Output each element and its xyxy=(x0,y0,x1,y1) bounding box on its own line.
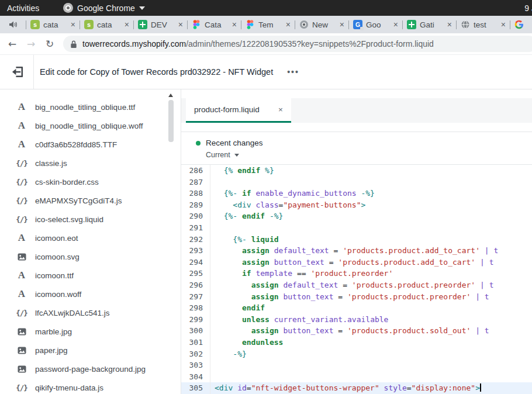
browser-tab[interactable]: DEV× xyxy=(134,16,187,33)
code-line-299[interactable]: 299 unless current_variant.available xyxy=(181,314,532,326)
code-line-293[interactable]: 293 assign default_text = 'products.prod… xyxy=(181,245,532,257)
file-name: big_noodle_titling_oblique.ttf xyxy=(35,103,135,112)
code-line-294[interactable]: 294 assign button_text = 'products.produ… xyxy=(181,257,532,268)
tab-close-icon[interactable]: × xyxy=(71,20,75,29)
file-tab-close-icon[interactable]: × xyxy=(278,105,283,114)
file-item[interactable]: Abig_noodle_titling_oblique.woff xyxy=(0,116,181,135)
code-line-303[interactable]: 303 xyxy=(181,360,532,371)
code-pane[interactable]: 286 {% endif %}287288 {%- if enable_dyna… xyxy=(181,165,532,394)
code-text: {% endif %} xyxy=(210,165,274,177)
editor-tab-bar: product-form.liquid × xyxy=(181,98,532,123)
file-name: icomoon.eot xyxy=(35,234,78,243)
file-item[interactable]: {/}cs-skin-border.css xyxy=(0,172,181,191)
code-line-295[interactable]: 295 if template == 'product.preorder' xyxy=(181,268,532,279)
browser-tab[interactable]: Tem× xyxy=(241,16,295,33)
file-name: icomoon.woff xyxy=(35,290,81,299)
exit-button[interactable] xyxy=(10,64,25,80)
file-item[interactable]: Aicomoon.woff xyxy=(0,285,181,303)
browser-tab[interactable]: scata× xyxy=(80,16,133,33)
file-tab-product-form[interactable]: product-form.liquid × xyxy=(186,98,291,123)
code-line-291[interactable]: 291 xyxy=(181,222,532,234)
file-item[interactable]: Abig_noodle_titling_oblique.ttf xyxy=(0,98,181,116)
font-file-icon: A xyxy=(16,139,27,150)
sheets-favicon xyxy=(138,20,147,29)
shopify-favicon: s xyxy=(30,20,40,29)
file-item[interactable]: password-page-background.jpg xyxy=(0,360,181,378)
more-actions-button[interactable]: ••• xyxy=(287,67,299,77)
file-item[interactable]: {/}eMAPMXSyTCgGdiT4.js xyxy=(0,191,181,210)
address-bar[interactable]: towerrecords.myshopify.com/admin/themes/… xyxy=(63,36,532,52)
browser-tab[interactable]: Gati× xyxy=(403,16,456,33)
code-line-305[interactable]: 305<div id="nft-widget-buttons-wrapper" … xyxy=(181,382,532,394)
lock-icon[interactable] xyxy=(70,40,77,49)
code-file-icon: {/} xyxy=(16,159,27,168)
globe-favicon xyxy=(461,20,470,29)
tab-close-icon[interactable]: × xyxy=(286,20,291,29)
code-text xyxy=(210,177,215,188)
browser-tab[interactable]: GGoo× xyxy=(349,16,402,33)
file-item[interactable]: paper.jpg xyxy=(0,341,181,360)
tab-close-icon[interactable]: × xyxy=(501,20,506,29)
version-label: Current xyxy=(206,151,230,159)
code-line-301[interactable]: 301 endunless xyxy=(181,337,532,348)
file-item[interactable]: {/}lfcAXLwjkDALc541.js xyxy=(0,303,181,322)
code-line-298[interactable]: 298 endif xyxy=(181,302,532,314)
scroll-up-icon[interactable] xyxy=(168,94,173,97)
page-header: Edit code for Copy of Tower Records prd0… xyxy=(0,55,532,89)
font-file-icon: A xyxy=(16,232,27,244)
activities-button[interactable]: Activities xyxy=(7,4,39,13)
file-name: ico-select.svg.liquid xyxy=(35,215,103,224)
tab-close-icon[interactable]: × xyxy=(125,20,129,29)
file-name: c0df3a6b528fdd85.TTF xyxy=(35,140,117,149)
line-number: 304 xyxy=(181,371,210,383)
code-line-288[interactable]: 288 {%- if enable_dynamic_buttons -%} xyxy=(181,188,532,199)
file-item-partial[interactable]: A xyxy=(0,89,181,96)
code-line-292[interactable]: 292 {%- liquid xyxy=(181,234,532,246)
back-button[interactable]: ← xyxy=(4,35,21,53)
browser-tab[interactable] xyxy=(510,16,532,33)
font-file-icon: A xyxy=(16,288,27,300)
scrollbar-thumb[interactable] xyxy=(168,100,174,142)
header-divider xyxy=(33,55,34,89)
forward-button[interactable]: → xyxy=(22,35,40,53)
code-line-304[interactable]: 304 xyxy=(181,371,532,383)
code-line-300[interactable]: 300 assign button_text = 'products.produ… xyxy=(181,325,532,337)
file-item[interactable]: {/}classie.js xyxy=(0,154,181,172)
code-line-287[interactable]: 287 xyxy=(181,177,532,188)
tab-list: scata×scata×DEV×Cata×Tem×New×GGoo×Gati×t… xyxy=(26,16,532,33)
app-menu[interactable]: Google Chrome xyxy=(63,3,145,13)
reload-button[interactable]: ↻ xyxy=(41,35,58,53)
tab-close-icon[interactable]: × xyxy=(178,20,183,29)
tab-audio-icon[interactable] xyxy=(0,16,26,33)
tab-close-icon[interactable]: × xyxy=(232,20,237,29)
browser-tab[interactable]: New× xyxy=(295,16,348,33)
code-line-290[interactable]: 290 {%- endif -%} xyxy=(181,210,532,222)
code-line-302[interactable]: 302 -%} xyxy=(181,348,532,360)
browser-tab[interactable]: test× xyxy=(457,16,510,33)
browser-tab[interactable]: Cata× xyxy=(188,16,241,33)
file-item[interactable]: icomoon.svg xyxy=(0,247,181,266)
version-dropdown[interactable]: Current xyxy=(206,151,532,159)
file-item[interactable]: {/}ico-select.svg.liquid xyxy=(0,210,181,229)
line-number: 292 xyxy=(181,234,210,246)
tab-close-icon[interactable]: × xyxy=(393,20,398,29)
code-line-289[interactable]: 289 <div class="payment-buttons"> xyxy=(181,199,532,211)
code-line-286[interactable]: 286 {% endif %} xyxy=(181,165,532,177)
file-item[interactable]: Ac0df3a6b528fdd85.TTF xyxy=(0,135,181,154)
sidebar-scrollbar[interactable] xyxy=(167,92,174,392)
chrome-app-icon xyxy=(63,3,73,13)
file-item[interactable]: marble.jpg xyxy=(0,322,181,341)
clock[interactable]: 9 J xyxy=(524,4,532,13)
code-line-297[interactable]: 297 assign button_text = 'products.produ… xyxy=(181,291,532,303)
file-item[interactable]: Aicomoon.eot xyxy=(0,229,181,247)
code-line-296[interactable]: 296 assign default_text = 'products.prod… xyxy=(181,279,532,291)
url-text[interactable]: towerrecords.myshopify.com/admin/themes/… xyxy=(82,39,434,49)
tab-close-icon[interactable]: × xyxy=(340,20,344,29)
status-dot xyxy=(196,141,201,146)
file-item[interactable]: Aicomoon.ttf xyxy=(0,266,181,285)
browser-tab-title: cata xyxy=(97,20,121,29)
file-item[interactable]: {/}qikify-tmenu-data.js xyxy=(0,378,181,394)
browser-tab[interactable]: scata× xyxy=(26,16,80,33)
page-title: Edit code for Copy of Tower Records prd0… xyxy=(40,67,273,77)
tab-close-icon[interactable]: × xyxy=(447,20,452,29)
